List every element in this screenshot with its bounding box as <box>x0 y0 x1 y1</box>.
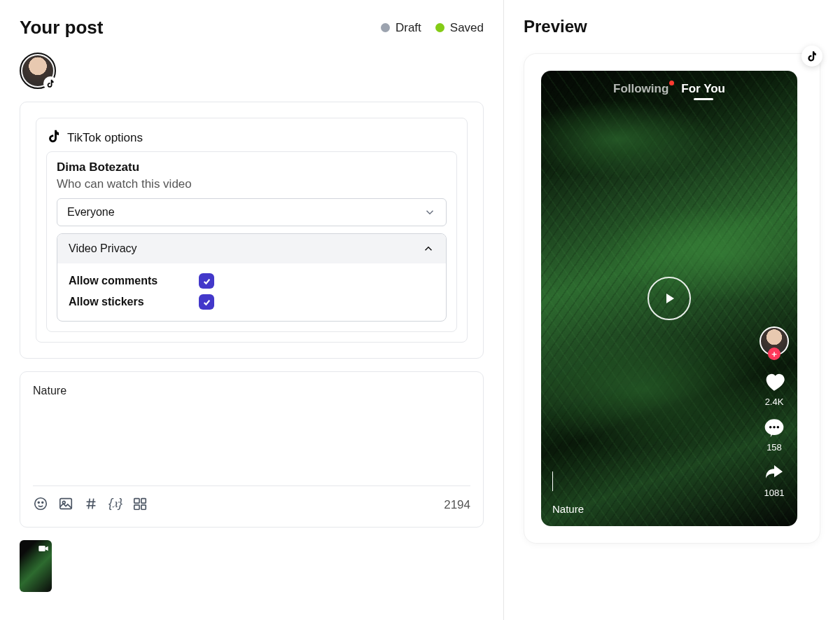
allow-comments-row: Allow comments <box>69 270 435 291</box>
comment-action[interactable]: 158 <box>763 417 785 453</box>
tiktok-badge-icon <box>43 76 57 90</box>
notification-dot-icon <box>669 81 674 85</box>
preview-caption: Nature <box>552 503 584 515</box>
svg-point-18 <box>777 426 779 428</box>
svg-point-17 <box>773 426 775 428</box>
preview-title: Preview <box>524 17 820 36</box>
like-action[interactable]: 2.4K <box>762 370 786 407</box>
video-privacy-section: Video Privacy Allow comments Allow stick… <box>57 233 447 322</box>
feed-tabs: Following For You <box>541 82 797 96</box>
play-icon <box>661 290 678 307</box>
video-privacy-label: Video Privacy <box>69 242 137 255</box>
tab-following-label: Following <box>613 82 668 95</box>
heart-icon <box>762 370 786 394</box>
header-row: Your post Draft Saved <box>20 17 484 39</box>
options-inner: TikTok options Dima Botezatu Who can wat… <box>36 118 468 343</box>
options-section-label: TikTok options <box>67 131 143 145</box>
svg-rect-9 <box>134 499 139 503</box>
caption-footer: {𝑥} 2194 <box>33 485 470 514</box>
saved-dot-icon <box>435 23 444 32</box>
share-count: 1081 <box>764 488 785 498</box>
emoji-icon[interactable] <box>33 496 48 514</box>
preview-panel: Preview Following For You + <box>504 0 840 620</box>
saved-label: Saved <box>450 21 484 35</box>
svg-rect-13 <box>38 546 45 551</box>
caption-input[interactable] <box>33 385 470 483</box>
allow-stickers-row: Allow stickers <box>69 291 435 312</box>
svg-point-2 <box>42 502 43 503</box>
preview-tiktok-badge <box>802 46 822 67</box>
saved-status-badge: Saved <box>435 21 484 35</box>
comment-count: 158 <box>766 442 782 453</box>
page-title: Your post <box>20 17 103 39</box>
allow-comments-label: Allow comments <box>69 275 174 287</box>
who-can-watch-label: Who can watch this video <box>57 177 447 198</box>
svg-rect-10 <box>141 499 146 503</box>
svg-point-0 <box>35 498 47 510</box>
follow-plus-icon: + <box>768 347 780 360</box>
profile-avatar: + <box>760 326 789 356</box>
allow-comments-checkbox[interactable] <box>199 273 214 289</box>
tab-following[interactable]: Following <box>613 82 668 96</box>
preview-card: Following For You + 2.4K <box>524 53 820 544</box>
account-avatar[interactable] <box>20 53 56 89</box>
video-actions: + 2.4K 158 1081 <box>760 326 789 498</box>
chevron-down-icon <box>424 206 436 219</box>
media-thumbnail[interactable] <box>20 540 52 592</box>
share-icon <box>763 462 785 485</box>
options-title-row: TikTok options <box>46 128 457 147</box>
svg-rect-3 <box>60 499 72 509</box>
video-icon <box>38 543 49 557</box>
text-caret <box>552 471 553 491</box>
svg-marker-14 <box>666 294 674 303</box>
account-name: Dima Botezatu <box>57 160 447 177</box>
tiktok-icon <box>46 128 62 147</box>
caption-card: {𝑥} 2194 <box>20 371 484 528</box>
tab-for-you[interactable]: For You <box>681 82 725 96</box>
template-icon[interactable] <box>132 496 148 514</box>
profile-action[interactable]: + <box>760 326 789 356</box>
draft-label: Draft <box>396 21 421 35</box>
audience-select-value: Everyone <box>67 206 115 219</box>
like-count: 2.4K <box>765 397 784 407</box>
allow-stickers-checkbox[interactable] <box>199 294 214 310</box>
share-action[interactable]: 1081 <box>763 462 785 498</box>
image-icon[interactable] <box>58 496 74 514</box>
audience-select[interactable]: Everyone <box>57 198 447 226</box>
variable-icon[interactable]: {𝑥} <box>108 496 122 514</box>
svg-point-1 <box>38 502 39 503</box>
allow-stickers-label: Allow stickers <box>69 296 174 308</box>
draft-status-badge: Draft <box>381 21 421 35</box>
svg-point-16 <box>769 426 771 428</box>
tab-for-you-label: For You <box>681 82 725 95</box>
video-privacy-body: Allow comments Allow stickers <box>57 263 446 321</box>
status-badges: Draft Saved <box>381 21 484 35</box>
svg-line-8 <box>92 499 94 509</box>
draft-dot-icon <box>381 23 390 32</box>
tiktok-options-card: TikTok options Dima Botezatu Who can wat… <box>20 102 484 359</box>
video-privacy-toggle[interactable]: Video Privacy <box>57 234 446 263</box>
editor-panel: Your post Draft Saved Tik <box>0 0 504 620</box>
tiktok-icon <box>806 50 818 62</box>
phone-preview: Following For You + 2.4K <box>541 71 797 526</box>
account-avatar-row <box>20 53 484 89</box>
chevron-up-icon <box>422 242 435 255</box>
svg-rect-11 <box>134 505 139 509</box>
check-icon <box>202 277 211 286</box>
hashtag-icon[interactable] <box>83 496 99 514</box>
caption-toolbar: {𝑥} <box>33 496 148 514</box>
check-icon <box>202 298 211 307</box>
play-button[interactable] <box>648 277 691 320</box>
comment-icon <box>763 417 785 439</box>
svg-rect-12 <box>141 505 146 509</box>
char-count: 2194 <box>444 498 470 512</box>
svg-line-7 <box>88 499 90 509</box>
